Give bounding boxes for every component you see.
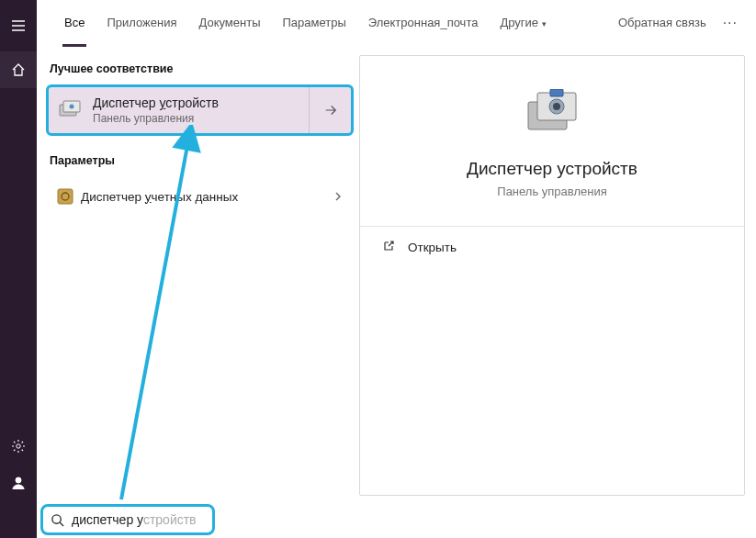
credential-icon	[50, 188, 81, 205]
preview-title: Диспетчер устройств	[380, 159, 724, 179]
svg-point-1	[16, 477, 21, 483]
preview-icon	[380, 89, 724, 137]
svg-point-11	[553, 103, 560, 110]
filter-tabs: Все Приложения Документы Параметры Элект…	[37, 0, 756, 46]
expand-chevron[interactable]	[322, 191, 354, 202]
more-options-button[interactable]: ···	[716, 15, 745, 31]
tab-documents[interactable]: Документы	[187, 0, 271, 46]
svg-rect-5	[58, 189, 73, 204]
open-icon	[382, 240, 395, 255]
tab-all[interactable]: Все	[53, 0, 96, 46]
preview-subtitle: Панель управления	[380, 185, 724, 198]
search-text: диспетчер устройств	[72, 512, 197, 527]
svg-rect-9	[550, 89, 563, 96]
expand-arrow-button[interactable]	[309, 87, 351, 133]
start-sidebar	[0, 0, 37, 538]
svg-point-4	[70, 105, 74, 109]
home-button[interactable]	[0, 51, 37, 88]
result-device-manager[interactable]: Диспетчер устройств Панель управления	[46, 84, 354, 136]
hamburger-menu-button[interactable]	[0, 0, 37, 51]
result-title: Диспетчер устройств	[93, 95, 309, 110]
tab-more[interactable]: Другие▾	[489, 0, 558, 46]
open-action[interactable]: Открыть	[380, 227, 724, 268]
preview-column: Диспетчер устройств Панель управления От…	[354, 55, 756, 538]
feedback-link[interactable]: Обратная связь	[609, 16, 716, 29]
search-input[interactable]: диспетчер устройств	[40, 504, 215, 535]
settings-button[interactable]	[0, 428, 37, 465]
section-settings: Параметры	[46, 147, 354, 176]
result-title: Диспетчер учетных данных	[81, 190, 322, 204]
user-button[interactable]	[0, 465, 37, 501]
result-credential-manager[interactable]: Диспетчер учетных данных	[46, 176, 354, 217]
tab-email[interactable]: Электронная_почта	[357, 0, 490, 46]
chevron-down-icon: ▾	[542, 19, 547, 28]
search-icon	[51, 513, 64, 527]
svg-point-12	[52, 514, 61, 522]
results-column: Лучшее соответствие Диспетчер устройств …	[37, 55, 354, 538]
section-best-match: Лучшее соответствие	[46, 55, 354, 84]
tab-settings[interactable]: Параметры	[271, 0, 356, 46]
tab-apps[interactable]: Приложения	[96, 0, 187, 46]
result-subtitle: Панель управления	[93, 112, 309, 125]
svg-point-0	[17, 444, 20, 448]
open-label: Открыть	[408, 241, 457, 254]
search-panel: Все Приложения Документы Параметры Элект…	[37, 0, 756, 538]
search-bar-area: диспетчер устройств	[37, 501, 756, 538]
device-manager-icon	[49, 99, 93, 121]
preview-panel: Диспетчер устройств Панель управления От…	[359, 55, 745, 496]
